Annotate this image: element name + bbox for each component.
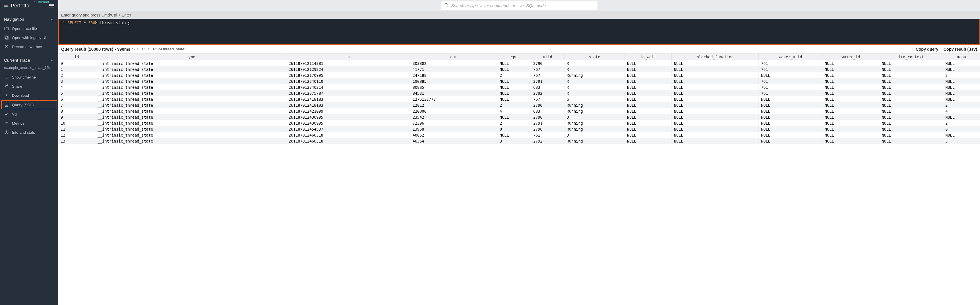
nav-item-download[interactable]: Download: [0, 91, 58, 100]
table-row[interactable]: 5__intrinsic_thread_state261187012375787…: [58, 90, 980, 96]
column-header-io_wait[interactable]: io_wait: [625, 53, 671, 60]
omnibox[interactable]: [441, 2, 598, 10]
table-cell: NULL: [759, 114, 822, 120]
nav-item-query-sql-[interactable]: Query (SQL): [1, 100, 57, 109]
table-row[interactable]: 12__intrinsic_thread_state26118701246031…: [58, 132, 980, 138]
text-cursor: [130, 21, 130, 25]
table-cell: S: [564, 96, 625, 102]
table-cell: 2790: [531, 126, 564, 132]
nav-item-info-and-stats[interactable]: Info and stats: [0, 128, 58, 137]
table-cell: NULL: [879, 66, 943, 72]
nav-item-show-timeline[interactable]: Show timeline: [0, 73, 58, 81]
sql-editor[interactable]: 1 SELECT * FROM thread_state;: [58, 19, 980, 45]
table-cell: 261187012421099: [286, 108, 410, 114]
column-header-ts[interactable]: ts: [286, 53, 410, 60]
column-header-waker_utid[interactable]: waker_utid: [759, 53, 822, 60]
svg-line-10: [6, 85, 7, 86]
table-cell: 2792: [531, 90, 564, 96]
table-cell: 1: [58, 66, 95, 72]
table-cell: NULL: [625, 114, 671, 120]
table-cell: NULL: [879, 72, 943, 78]
column-header-dur[interactable]: dur: [410, 53, 497, 60]
app-logo[interactable]: Perfetto: [3, 3, 29, 9]
info-icon: [4, 130, 9, 135]
copy-query-button[interactable]: Copy query: [916, 47, 939, 51]
table-cell: __intrinsic_thread_state: [95, 138, 286, 144]
table-row[interactable]: 0__intrinsic_thread_state261187012114381…: [58, 60, 980, 66]
table-cell: __intrinsic_thread_state: [95, 84, 286, 90]
table-row[interactable]: 8__intrinsic_thread_state261187012421099…: [58, 108, 980, 114]
table-row[interactable]: 7__intrinsic_thread_state261187012418183…: [58, 102, 980, 108]
column-header-id[interactable]: id: [58, 53, 95, 60]
table-cell: Running: [564, 138, 625, 144]
table-cell: NULL: [879, 114, 943, 120]
table-cell: Running: [564, 126, 625, 132]
table-cell: NULL: [822, 102, 879, 108]
table-row[interactable]: 4__intrinsic_thread_state261187012340214…: [58, 84, 980, 90]
nav-section-title: Navigation: [4, 17, 24, 22]
column-header-ucpu[interactable]: ucpu: [943, 53, 980, 60]
table-row[interactable]: 6__intrinsic_thread_state261187012418183…: [58, 96, 980, 102]
table-row[interactable]: 11__intrinsic_thread_state26118701245453…: [58, 126, 980, 132]
table-cell: 303802: [410, 60, 497, 66]
copy-result-button[interactable]: Copy result (.tsv): [943, 47, 977, 51]
results-table-container[interactable]: idtypetsdurcpuutidstateio_waitblocked_fu…: [58, 53, 980, 305]
table-cell: 4: [58, 84, 95, 90]
table-cell: NULL: [497, 114, 531, 120]
table-cell: 2: [497, 120, 531, 126]
nav-item-metrics[interactable]: Metrics: [0, 119, 58, 128]
table-cell: 2: [943, 102, 980, 108]
table-cell: 6: [58, 96, 95, 102]
svg-rect-1: [5, 36, 7, 38]
table-cell: NULL: [671, 108, 759, 114]
table-cell: Running: [564, 72, 625, 78]
table-row[interactable]: 3__intrinsic_thread_state261187012240110…: [58, 78, 980, 84]
column-header-irq_context[interactable]: irq_context: [879, 53, 943, 60]
nav-item-viz[interactable]: Viz: [0, 110, 58, 119]
line-number: 1: [63, 21, 65, 25]
table-cell: NULL: [671, 60, 759, 66]
search-input[interactable]: [451, 3, 595, 8]
chevron-up-icon: ︿: [50, 57, 54, 62]
table-cell: 5: [58, 90, 95, 96]
nav-item-record-new-trace[interactable]: Record new trace: [0, 42, 58, 51]
nav-item-label: Info and stats: [12, 130, 35, 134]
table-cell: 0: [943, 126, 980, 132]
table-row[interactable]: 1__intrinsic_thread_state261187012129224…: [58, 66, 980, 72]
trace-section-header[interactable]: Current Trace ︿: [0, 55, 58, 65]
sql-code-line: SELECT * FROM thread_state;: [67, 21, 130, 43]
column-header-state[interactable]: state: [564, 53, 625, 60]
table-row[interactable]: 10__intrinsic_thread_state26118701243099…: [58, 120, 980, 126]
table-cell: 761: [759, 66, 822, 72]
table-cell: 3: [58, 78, 95, 84]
table-cell: R: [564, 66, 625, 72]
nav-section-header[interactable]: Navigation ︿: [0, 14, 58, 24]
nav-item-open-trace-file[interactable]: Open trace file: [0, 24, 58, 33]
table-cell: 767: [531, 66, 564, 72]
table-cell: 767: [531, 72, 564, 78]
trace-section: Current Trace ︿ example_android_trace_15…: [0, 52, 58, 138]
nav-item-share[interactable]: Share: [0, 81, 58, 91]
table-row[interactable]: 13__intrinsic_thread_state26118701246031…: [58, 138, 980, 144]
table-row[interactable]: 2__intrinsic_thread_state261187012170995…: [58, 72, 980, 78]
table-cell: NULL: [822, 132, 879, 138]
table-cell: 8: [58, 108, 95, 114]
table-cell: 683: [531, 84, 564, 90]
table-cell: NULL: [822, 96, 879, 102]
nav-item-open-with-legacy-ui[interactable]: Open with legacy UI: [0, 33, 58, 42]
column-header-cpu[interactable]: cpu: [497, 53, 531, 60]
table-cell: D: [564, 132, 625, 138]
column-header-blocked_function[interactable]: blocked_function: [671, 53, 759, 60]
column-header-waker_id[interactable]: waker_id: [822, 53, 879, 60]
table-cell: 247188: [410, 72, 497, 78]
table-cell: NULL: [671, 96, 759, 102]
table-header-row: idtypetsdurcpuutidstateio_waitblocked_fu…: [58, 53, 980, 60]
table-row[interactable]: 9__intrinsic_thread_state261187012430995…: [58, 114, 980, 120]
column-header-type[interactable]: type: [95, 53, 286, 60]
table-cell: 23542: [410, 114, 497, 120]
table-cell: 261187012114381: [286, 60, 410, 66]
table-cell: 80885: [410, 84, 497, 90]
column-header-utid[interactable]: utid: [531, 53, 564, 60]
table-cell: NULL: [625, 66, 671, 72]
table-cell: Running: [564, 102, 625, 108]
